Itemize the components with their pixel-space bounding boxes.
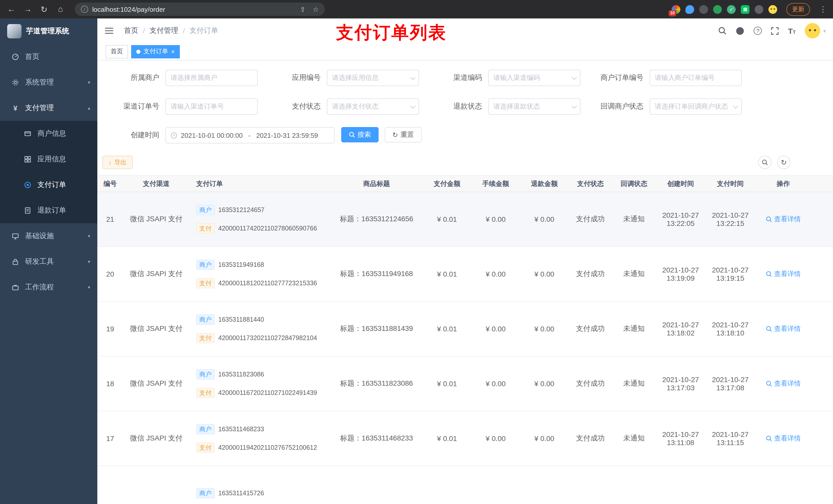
date-end: 2021-10-31 23:59:59: [256, 131, 318, 139]
sidebar-item-infra[interactable]: 基础设施 ▾: [0, 223, 97, 249]
sidebar: 芋道管理系统 首页 系统管理 ▾ ¥ 支付管理 ▴ 商户信息 应用信息: [0, 19, 97, 504]
grid-icon: [23, 156, 33, 163]
close-icon[interactable]: ×: [171, 48, 175, 54]
reset-button[interactable]: ↻ 重置: [385, 127, 422, 142]
refund-amount: ¥ 0.00: [520, 434, 569, 442]
user-menu[interactable]: ▾: [805, 23, 826, 39]
sidebar-item-home[interactable]: 首页: [0, 44, 97, 70]
browser-menu-icon[interactable]: ⋮: [819, 5, 827, 14]
payment-submenu: 商户信息 应用信息 支付订单 退款订单: [0, 121, 97, 223]
pay-channel: 微信 JSAPI 支付: [125, 215, 187, 224]
view-detail-link[interactable]: 查看详情: [766, 269, 801, 279]
date-separator: -: [246, 131, 253, 139]
extension-face-icon[interactable]: [768, 5, 777, 14]
tab-home[interactable]: 首页: [105, 45, 128, 58]
create-time: 2021-10-2713:19:09: [656, 266, 706, 282]
extension-puzzle-icon[interactable]: 10: [672, 5, 680, 14]
extension-dark-icon[interactable]: [699, 5, 708, 14]
refresh-table-button[interactable]: ↻: [777, 156, 790, 169]
tab-pay-order[interactable]: 支付订单 ×: [131, 45, 180, 58]
sidebar-item-workflow[interactable]: 工作流程 ▾: [0, 274, 97, 300]
font-size-icon[interactable]: TT: [788, 26, 795, 35]
share-icon[interactable]: ⇪: [300, 5, 306, 13]
breadcrumb-home[interactable]: 首页: [124, 26, 138, 35]
chevron-down-icon: ▾: [88, 259, 90, 264]
github-icon[interactable]: [736, 26, 745, 35]
breadcrumb: 首页 / 支付管理 / 支付订单: [124, 26, 218, 35]
help-icon[interactable]: ?: [754, 27, 762, 35]
channel-order-input[interactable]: 请输入渠道订单号: [165, 98, 258, 115]
sidebar-item-refund-order[interactable]: 退款订单: [0, 198, 97, 223]
sidebar-item-system[interactable]: 系统管理 ▾: [0, 70, 97, 95]
table-row: 19 微信 JSAPI 支付 商户 1635311881440 支付 42000…: [97, 302, 833, 357]
callback-status-select[interactable]: 请选择订单回调商户状态: [649, 98, 742, 115]
search-icon[interactable]: [718, 27, 727, 35]
merchant-tag: 商户: [196, 260, 215, 270]
sidebar-item-pay-order[interactable]: 支付订单: [0, 172, 97, 198]
extension-drop-icon[interactable]: [686, 5, 694, 14]
refund-status-select[interactable]: 请选择退款状态: [488, 98, 580, 115]
extension-green-icon[interactable]: [713, 5, 722, 14]
browser-update-button[interactable]: 更新: [786, 3, 810, 16]
pay-amount: ¥ 0.01: [423, 215, 471, 223]
sidebar-item-app-info[interactable]: 应用信息: [0, 146, 97, 172]
merchant-order-input[interactable]: 请输入商户订单编号: [649, 70, 742, 86]
search-button[interactable]: 搜索: [341, 127, 379, 142]
forward-icon[interactable]: →: [23, 5, 33, 14]
channel-pay-no: 4200001174202110278060590766: [218, 225, 317, 232]
pay-status-select[interactable]: 请选择支付状态: [327, 98, 419, 115]
magnifier-icon: [766, 271, 772, 277]
app-logo[interactable]: 芋道管理系统: [0, 19, 97, 44]
filter-row-2: 渠道订单号 请输入渠道订单号 支付状态 请选择支付状态 退款状态 请选择退款状态…: [97, 98, 833, 115]
order-id: 17: [97, 434, 125, 442]
pay-order-cell: 商户 1635311468233 支付 42000011942021102767…: [187, 424, 330, 453]
fee-amount: ¥ 0.00: [471, 270, 520, 278]
notify-status: 未通知: [612, 269, 656, 279]
fullscreen-icon[interactable]: [771, 27, 779, 34]
search-toggle-button[interactable]: [758, 156, 771, 169]
extension-pin-icon[interactable]: [755, 5, 763, 14]
view-detail-link[interactable]: 查看详情: [766, 379, 801, 388]
bookmark-star-icon[interactable]: ☆: [313, 5, 319, 13]
clock-icon: [171, 132, 177, 139]
order-id: 18: [97, 380, 125, 388]
table-row: 商户 1635311415726 支付 查看详情: [97, 466, 833, 504]
magnifier-icon: [766, 216, 772, 222]
create-time-range-picker[interactable]: 2021-10-01 00:00:00 - 2021-10-31 23:59:5…: [165, 127, 335, 143]
app-select[interactable]: 请选择应用信息: [327, 70, 419, 86]
view-detail-link[interactable]: 查看详情: [766, 434, 801, 443]
merchant-order-no: 1635311468233: [218, 426, 264, 433]
extension-chat-icon[interactable]: ▩: [741, 5, 749, 14]
sidebar-item-dev-tools[interactable]: 研发工具 ▾: [0, 249, 97, 274]
create-time: 2021-10-2713:11:08: [656, 430, 706, 447]
site-info-icon[interactable]: i: [81, 6, 88, 13]
magnifier-icon: [766, 381, 772, 387]
extension-vue-icon[interactable]: ✓: [727, 5, 736, 14]
filter-row-3: 创建时间 2021-10-01 00:00:00 - 2021-10-31 23…: [97, 127, 833, 143]
chevron-down-icon: ▾: [88, 80, 90, 85]
chevron-down-icon: [410, 103, 415, 108]
extensions-area: 10 ✓ ▩ 更新 ⋮: [672, 3, 827, 16]
view-detail-link[interactable]: 查看详情: [766, 215, 801, 224]
hamburger-icon[interactable]: [97, 27, 121, 35]
pay-order-table: 编号 支付渠道 支付订单 商品标题 支付金额 手续金额 退款金额 支付状态 回调…: [97, 175, 833, 504]
pay-status: 支付成功: [569, 434, 612, 443]
back-icon[interactable]: ←: [6, 5, 16, 14]
filter-row-1: 所属商户 请选择所属商户 应用编号 请选择应用信息 渠道编码 请输入渠道编码 商…: [97, 70, 833, 86]
sidebar-item-payment[interactable]: ¥ 支付管理 ▴: [0, 95, 97, 121]
merchant-tag: 商户: [196, 369, 215, 380]
pay-order-cell: 商户 1635311415726 支付: [187, 488, 330, 498]
pay-channel: 微信 JSAPI 支付: [125, 379, 187, 388]
export-button[interactable]: ↓ 导出: [102, 156, 133, 169]
home-icon[interactable]: ⌂: [55, 5, 66, 14]
refresh-icon[interactable]: ↻: [39, 4, 49, 14]
address-bar[interactable]: i localhost:1024/pay/order ⇪ ☆: [75, 3, 325, 16]
sidebar-item-merchant-info[interactable]: 商户信息: [0, 121, 97, 146]
merchant-order-no: 1635312124657: [218, 207, 265, 214]
merchant-select[interactable]: 请选择所属商户: [165, 70, 258, 86]
view-detail-link[interactable]: 查看详情: [766, 324, 801, 333]
channel-code-select[interactable]: 请输入渠道编码: [488, 70, 580, 86]
notify-status: 未通知: [612, 324, 656, 333]
breadcrumb-pay[interactable]: 支付管理: [149, 26, 178, 35]
goods-title: 标题：1635311949168: [330, 269, 423, 279]
